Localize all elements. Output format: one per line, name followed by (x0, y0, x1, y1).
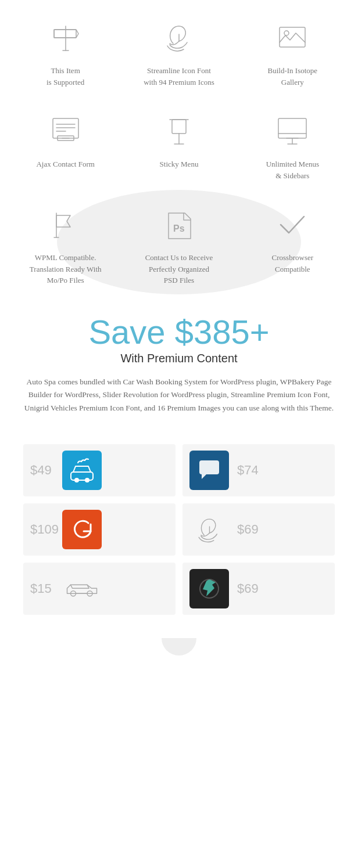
price-card-carwash: $49 (23, 444, 176, 496)
svg-rect-13 (172, 120, 186, 134)
feature-crossbrowser: CrossbrowserCompatible (239, 204, 346, 286)
svg-rect-1 (54, 30, 76, 38)
image-icon (272, 17, 313, 58)
pin-icon (159, 111, 199, 152)
feature-ajax-form-label: Ajax Contact Form (36, 159, 94, 170)
leaf-hand-icon (159, 17, 199, 58)
feature-icon-font-label: Streamline Icon Fontwith 94 Premium Icon… (144, 65, 214, 88)
feature-sticky-menu: Sticky Menu (125, 111, 232, 181)
feature-crossbrowser-label: CrossbrowserCompatible (272, 252, 314, 275)
features-row3-section: WPML Compatible.Translation Ready WithMo… (0, 193, 358, 292)
feature-icon-font: Streamline Icon Fontwith 94 Premium Icon… (125, 17, 232, 88)
feature-isotope: Build-In IsotopeGallery (239, 17, 346, 88)
feature-wpml: WPML Compatible.Translation Ready WithMo… (12, 204, 119, 286)
feature-isotope-label: Build-In IsotopeGallery (268, 65, 318, 88)
price-card-spark: $69 (182, 563, 335, 615)
form-icon (45, 111, 86, 152)
features-section: This Itemis Supported Streamline Icon Fo… (0, 0, 358, 93)
ps-icon: Ps (159, 204, 199, 245)
feature-supported: This Itemis Supported (12, 17, 119, 88)
price-refresh-amount: $109 (30, 522, 62, 537)
svg-point-27 (85, 478, 90, 482)
price-leaf-amount: $69 (237, 522, 259, 537)
check-icon (272, 204, 313, 245)
leaf-icon-box (189, 510, 229, 549)
svg-rect-7 (53, 118, 78, 138)
bottom-deco-shape (162, 638, 196, 655)
price-vehicle-amount: $15 (30, 581, 62, 596)
feature-menus: Unlimited Menus& Sidebars (239, 111, 346, 181)
price-spark-amount: $69 (237, 581, 259, 596)
price-carwash-amount: $49 (30, 463, 62, 478)
svg-text:Ps: Ps (173, 224, 185, 233)
monitor-icon (272, 111, 313, 152)
chat-icon-box (189, 451, 229, 490)
svg-point-26 (74, 478, 79, 482)
save-section: Save $385+ With Premium Content Auto Spa… (0, 292, 358, 427)
refresh-icon-box (62, 510, 102, 549)
svg-marker-2 (54, 30, 78, 38)
price-grid: $49 $74 $109 (0, 427, 358, 632)
save-title: Save $385+ (17, 315, 341, 349)
save-subtitle: With Premium Content (17, 352, 341, 365)
features-row1: This Itemis Supported Streamline Icon Fo… (12, 17, 346, 88)
svg-point-6 (284, 31, 289, 35)
bottom-decoration (0, 632, 358, 667)
features-row3: WPML Compatible.Translation Ready WithMo… (12, 204, 346, 286)
spark-icon-box (189, 569, 229, 608)
feature-psd-label: Contact Us to ReceivePerfectly Organized… (145, 252, 213, 286)
feature-sticky-menu-label: Sticky Menu (160, 159, 199, 170)
feature-psd: Ps Contact Us to ReceivePerfectly Organi… (125, 204, 232, 286)
price-card-refresh: $109 (23, 503, 176, 556)
price-card-chat: $74 (182, 444, 335, 496)
price-chat-amount: $74 (237, 463, 259, 478)
feature-wpml-label: WPML Compatible.Translation Ready WithMo… (30, 252, 102, 286)
feature-menus-label: Unlimited Menus& Sidebars (266, 159, 319, 181)
price-card-leaf: $69 (182, 503, 335, 556)
svg-rect-25 (71, 472, 93, 480)
features-row2: Ajax Contact Form Sticky Menu (12, 111, 346, 181)
flag-icon (45, 204, 86, 245)
price-card-vehicle: $15 (23, 563, 176, 615)
feature-supported-label: This Itemis Supported (46, 65, 84, 88)
vehicle-icon-box (62, 569, 102, 608)
signpost-icon (45, 17, 86, 58)
save-description: Auto Spa comes bundled with Car Wash Boo… (17, 376, 341, 416)
features-row2-section: Ajax Contact Form Sticky Menu (0, 93, 358, 187)
svg-rect-17 (278, 118, 306, 138)
feature-ajax-form: Ajax Contact Form (12, 111, 119, 181)
car-wash-icon-box (62, 451, 102, 490)
